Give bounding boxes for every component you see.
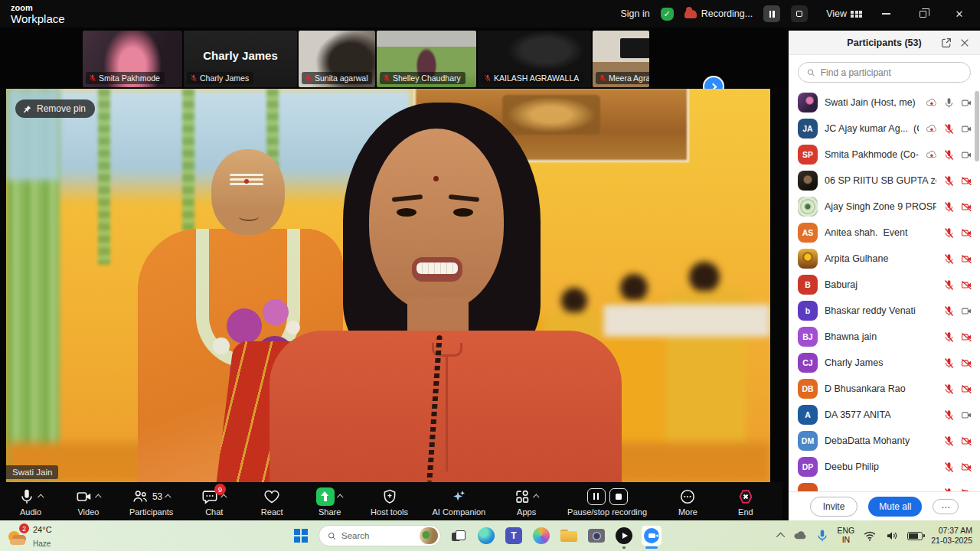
participant-row[interactable]: Swati Jain (Host, me) xyxy=(789,90,980,116)
participant-name: Baburaj xyxy=(825,279,858,290)
logo-workplace-text: Workplace xyxy=(11,13,65,24)
view-menu-button[interactable]: View xyxy=(826,8,862,19)
minimize-button[interactable] xyxy=(873,4,899,24)
more-button[interactable]: More xyxy=(671,487,704,517)
onedrive-icon[interactable] xyxy=(793,529,807,543)
mic-icon xyxy=(18,488,35,505)
video-tile[interactable]: KAILASH AGRAWALLA xyxy=(478,31,591,87)
logo-zoom-text: zoom xyxy=(11,4,65,12)
participant-row[interactable]: B Baburaj xyxy=(789,272,980,298)
wifi-icon[interactable] xyxy=(863,529,877,543)
mic-muted-icon xyxy=(943,331,955,343)
edge-browser-icon[interactable] xyxy=(476,526,496,546)
participants-scrollbar[interactable] xyxy=(975,91,979,161)
video-tile[interactable]: Sunita agarwal xyxy=(299,31,375,87)
speaker-icon[interactable] xyxy=(885,529,899,543)
zoom-app-icon[interactable] xyxy=(642,526,662,546)
language-indicator[interactable]: ENGIN xyxy=(838,527,855,544)
mic-muted-icon xyxy=(943,227,955,239)
participant-row[interactable]: JA JC Ajay kumar Ag...(Co-host) xyxy=(789,116,980,142)
popout-panel-icon[interactable] xyxy=(940,37,952,49)
mic-muted-icon xyxy=(943,253,955,265)
tray-mic-icon[interactable] xyxy=(815,529,829,543)
participant-row[interactable]: A DA 3577 ANITA xyxy=(789,402,980,428)
search-input[interactable] xyxy=(821,67,962,78)
video-button[interactable]: Video xyxy=(71,487,105,517)
restore-button[interactable] xyxy=(910,4,936,24)
taskbar-search-box[interactable]: Search xyxy=(318,525,441,546)
hidden-icons-chevron[interactable] xyxy=(776,533,784,541)
security-shield-icon[interactable]: ✓ xyxy=(661,8,674,21)
tile-center-name: Charly James xyxy=(184,49,297,62)
panel-more-button[interactable]: … xyxy=(933,499,959,514)
participant-row[interactable]: DM DebaDatta Mohanty xyxy=(789,428,980,454)
participant-row[interactable]: BJ Bhawna jain xyxy=(789,324,980,350)
participant-row[interactable]: SP Smita Pakhmode (Co-host) xyxy=(789,142,980,168)
teams-icon[interactable]: T xyxy=(504,526,524,546)
participant-row[interactable]: AS Anitea shah.Event xyxy=(789,220,980,246)
participant-row[interactable]: Arpita Gulhane xyxy=(789,246,980,272)
copilot-icon[interactable] xyxy=(531,526,551,546)
chat-button[interactable]: 9 Chat xyxy=(198,487,231,517)
taskbar-weather-widget[interactable]: 2 24°C Haze xyxy=(8,522,199,549)
pause-recording-button[interactable] xyxy=(763,5,780,22)
end-meeting-button[interactable]: End xyxy=(729,487,763,517)
avatar xyxy=(798,93,818,112)
video-options-caret[interactable] xyxy=(95,494,101,500)
pause-recording-toolbar-button[interactable] xyxy=(587,488,606,505)
sign-in-button[interactable]: Sign in xyxy=(620,8,649,19)
participants-button[interactable]: 53 Participants xyxy=(129,487,173,517)
muted-mic-icon xyxy=(305,74,312,82)
participant-row[interactable]: DB D Bhusankara Rao xyxy=(789,376,980,402)
camera-off-icon xyxy=(961,357,972,369)
stop-recording-button[interactable] xyxy=(791,5,808,22)
participant-row[interactable]: Ajay Singh Zone 9 PROSPERITA ... xyxy=(789,194,980,220)
participant-row[interactable]: CJ Charly James xyxy=(789,350,980,376)
audio-button[interactable]: Audio xyxy=(14,487,47,517)
invite-button[interactable]: Invite xyxy=(810,497,858,517)
task-view-button[interactable] xyxy=(449,526,469,546)
chat-options-caret[interactable] xyxy=(220,494,227,500)
windows-taskbar: 2 24°C Haze Search T xyxy=(0,520,980,551)
tile-name: Charly James xyxy=(200,73,249,83)
avatar: BJ xyxy=(798,327,818,347)
camera-off-icon xyxy=(961,461,972,473)
battery-icon[interactable] xyxy=(907,532,923,540)
mute-all-button[interactable]: Mute all xyxy=(868,497,922,517)
participant-row[interactable]: DP Deebu Philip xyxy=(789,454,980,480)
apps-options-caret[interactable] xyxy=(533,494,539,500)
react-button[interactable]: React xyxy=(255,487,289,517)
participant-name: Bhaskar reddy Venati xyxy=(825,305,916,316)
taskbar-clock[interactable]: 07:37 AM21-03-2025 xyxy=(931,526,972,546)
participants-panel-footer: Invite Mute all … xyxy=(789,491,980,520)
host-tools-button[interactable]: Host tools xyxy=(371,487,408,517)
participant-row[interactable]: b Bhaskar reddy Venati xyxy=(789,298,980,324)
camera-app-icon[interactable] xyxy=(586,526,606,546)
participants-count: 53 xyxy=(152,491,162,502)
apps-button[interactable]: Apps xyxy=(510,487,544,517)
stop-recording-toolbar-button[interactable] xyxy=(609,488,628,505)
video-tile[interactable]: Charly James Charly James xyxy=(184,31,297,87)
avatar: CJ xyxy=(798,353,818,373)
share-options-caret[interactable] xyxy=(337,494,343,500)
camera-off-icon xyxy=(961,175,972,187)
video-tile[interactable]: Meera Agrawal xyxy=(593,31,649,87)
ai-companion-button[interactable]: AI Companion xyxy=(432,487,485,517)
video-tile[interactable]: Shelley Chaudhary xyxy=(377,31,476,87)
muted-mic-icon xyxy=(383,74,390,82)
mic-muted-icon xyxy=(943,461,955,473)
participant-search-box[interactable] xyxy=(798,62,971,83)
audio-options-caret[interactable] xyxy=(38,494,44,500)
close-panel-icon[interactable] xyxy=(959,37,971,49)
mic-muted-icon xyxy=(943,383,955,395)
participants-options-caret[interactable] xyxy=(165,494,171,500)
close-button[interactable]: ✕ xyxy=(946,4,972,24)
video-tile[interactable]: Smita Pakhmode xyxy=(83,31,182,87)
media-player-icon[interactable] xyxy=(614,526,634,546)
file-explorer-icon[interactable] xyxy=(559,526,579,546)
participant-row[interactable]: 06 SP RIITU SB GUPTA zone 10 xyxy=(789,168,980,194)
participant-row[interactable] xyxy=(789,480,980,491)
remove-pin-button[interactable]: Remove pin xyxy=(15,99,95,118)
start-button[interactable] xyxy=(291,526,311,546)
share-button[interactable]: Share xyxy=(313,487,347,517)
